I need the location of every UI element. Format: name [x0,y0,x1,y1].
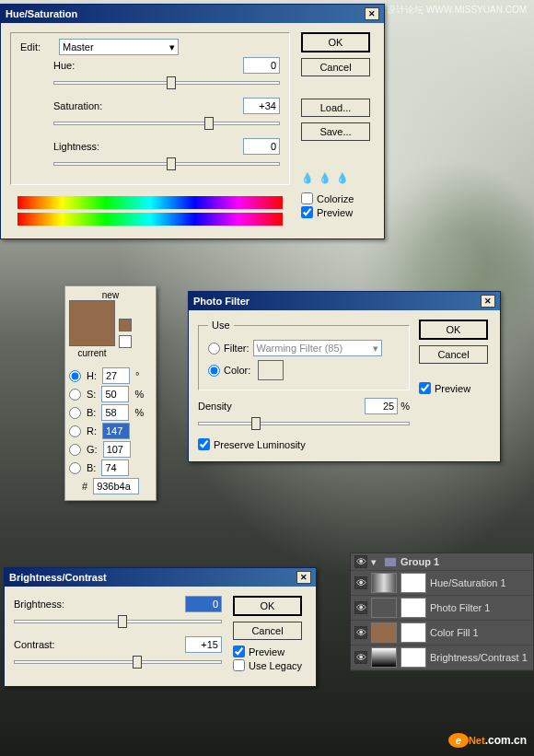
hue-gradient-top [17,196,283,209]
b2-radio[interactable] [69,462,81,474]
s-radio[interactable] [69,389,81,401]
b-field[interactable]: 58 [101,404,129,421]
s-field[interactable]: 50 [101,386,129,402]
g-radio[interactable] [69,444,81,456]
density-field[interactable]: 25 [365,398,398,414]
web-safe-icon[interactable] [119,335,132,348]
layer-name: Color Fill 1 [430,627,479,638]
visibility-icon[interactable]: 👁 [354,626,367,639]
hue-slider[interactable] [53,81,280,85]
visibility-icon[interactable]: 👁 [354,576,367,589]
layer-row[interactable]: 👁Brightness/Contrast 1 [351,646,533,670]
layer-row[interactable]: 👁Color Fill 1 [351,621,533,646]
color-radio[interactable] [208,365,220,377]
hue-value[interactable]: 0 [243,57,280,74]
brightness-label: Brightness: [14,599,64,610]
brightness-field[interactable]: 0 [185,596,222,612]
new-label: new [69,290,152,300]
eyedropper-minus-icon[interactable]: 💧 [336,172,351,187]
layer-thumb [371,622,397,643]
contrast-field[interactable]: +15 [185,636,222,653]
pf-titlebar[interactable]: Photo Filter ✕ [189,292,500,310]
b-radio[interactable] [69,407,81,419]
hex-field[interactable]: 936b4a [93,478,139,494]
ok-button[interactable]: OK [419,320,488,340]
brightness-contrast-dialog: Brightness/Contrast ✕ Brightness:0 Contr… [4,567,317,687]
layers-panel: 👁 ▾ Group 1 👁Hue/Saturation 1 👁Photo Fil… [350,552,534,671]
preview-checkbox[interactable]: Preview [301,206,375,218]
watermark-text: 思缘设计论坛 WWW.MISSYUAN.COM [368,4,527,17]
mask-thumb [400,622,426,643]
legacy-checkbox[interactable]: Use Legacy [233,659,307,671]
visibility-icon[interactable]: 👁 [354,601,367,614]
hs-title: Hue/Saturation [6,8,77,19]
sat-value[interactable]: +34 [243,98,280,114]
r-radio[interactable] [69,425,81,437]
preserve-checkbox[interactable]: Preserve Luminosity [198,438,410,450]
group-name: Group 1 [400,556,439,567]
color-swatch-new[interactable] [69,300,115,346]
b2-field[interactable]: 74 [101,459,129,476]
filter-radio[interactable] [208,343,220,355]
enet-logo: eNet.com.cn [448,729,527,749]
layer-name: Hue/Saturation 1 [430,577,506,588]
use-legend: Use [208,320,234,331]
layer-name: Brightness/Contrast 1 [430,652,528,663]
visibility-icon[interactable]: 👁 [354,651,367,664]
preview-checkbox[interactable]: Preview [419,382,491,394]
filter-select[interactable]: Warming Filter (85)▾ [253,340,382,356]
cancel-button[interactable]: Cancel [419,345,488,364]
light-label: Lightness: [53,141,99,152]
ok-button[interactable]: OK [233,596,302,616]
layer-name: Photo Filter 1 [430,602,490,613]
hue-gradient-bottom [17,213,283,226]
color-picker-panel: new current H:27° S:50% B:58% R:147 G:10… [64,285,157,501]
mask-thumb [400,647,426,668]
current-label: current [69,348,115,358]
cube-icon[interactable] [119,319,132,331]
layer-thumb [371,598,397,618]
preview-checkbox[interactable]: Preview [233,646,307,657]
hue-label: Hue: [53,60,75,71]
pf-color-swatch[interactable] [258,360,284,380]
hs-titlebar[interactable]: Hue/Saturation ✕ [1,5,384,23]
brightness-slider[interactable] [14,620,222,623]
eyedropper-plus-icon[interactable]: 💧 [319,172,333,187]
hue-saturation-dialog: Hue/Saturation ✕ Edit: Master▾ Hue:0 Sat… [0,4,385,239]
density-label: Density [198,401,232,412]
colorize-checkbox[interactable]: Colorize [301,192,375,204]
close-icon[interactable]: ✕ [365,7,379,20]
cancel-button[interactable]: Cancel [233,622,302,640]
layer-group-row[interactable]: 👁 ▾ Group 1 [351,553,533,571]
visibility-icon[interactable]: 👁 [354,555,367,568]
cancel-button[interactable]: Cancel [301,58,370,76]
sat-slider[interactable] [53,122,280,125]
close-icon[interactable]: ✕ [296,571,311,584]
light-value[interactable]: 0 [243,138,280,155]
h-radio[interactable] [69,370,81,382]
save-button[interactable]: Save... [301,122,370,141]
edit-select[interactable]: Master▾ [59,39,179,55]
folder-icon [384,557,397,567]
g-field[interactable]: 107 [103,441,131,458]
layer-thumb [371,647,397,668]
photo-filter-dialog: Photo Filter ✕ Use Filter: Warming Filte… [188,291,501,462]
h-field[interactable]: 27 [102,367,130,384]
bc-title: Brightness/Contrast [9,572,107,583]
sat-label: Saturation: [53,100,102,111]
ok-button[interactable]: OK [301,32,370,52]
r-field[interactable]: 147 [102,423,130,439]
layer-row[interactable]: 👁Photo Filter 1 [351,596,533,621]
edit-label: Edit: [20,41,53,52]
layer-row[interactable]: 👁Hue/Saturation 1 [351,571,533,596]
bc-titlebar[interactable]: Brightness/Contrast ✕ [5,568,316,587]
eyedropper-icon[interactable]: 💧 [301,172,316,187]
pf-title: Photo Filter [193,296,250,307]
light-slider[interactable] [53,162,280,166]
contrast-slider[interactable] [14,660,222,664]
mask-thumb [400,573,426,593]
close-icon[interactable]: ✕ [481,295,495,308]
density-slider[interactable] [198,422,410,425]
load-button[interactable]: Load... [301,99,370,117]
contrast-label: Contrast: [14,639,55,650]
